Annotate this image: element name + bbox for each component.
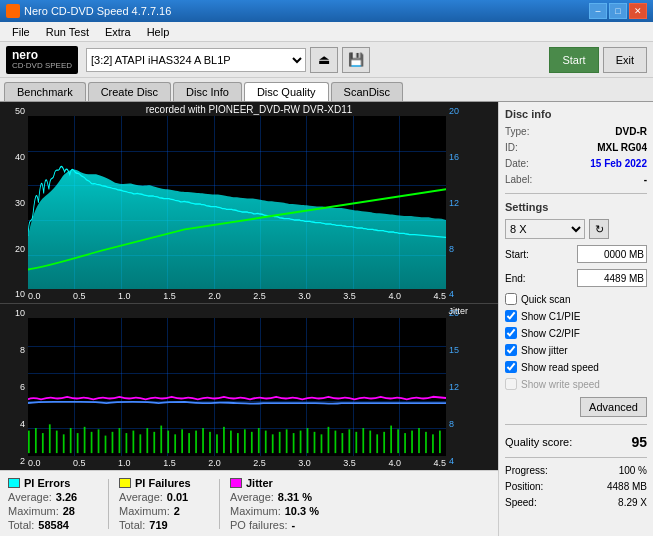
pi-errors-label: PI Errors [24, 477, 70, 489]
menu-help[interactable]: Help [139, 24, 178, 40]
speed-select[interactable]: 8 X Max 4 X 12 X 16 X [505, 219, 585, 239]
show-c2pif-label[interactable]: Show C2/PIF [521, 328, 580, 339]
close-button[interactable]: ✕ [629, 3, 647, 19]
svg-rect-58 [432, 435, 434, 454]
show-c1pie-checkbox[interactable] [505, 310, 517, 322]
minimize-button[interactable]: – [589, 3, 607, 19]
disc-type-label: Type: [505, 126, 529, 137]
tab-disc-quality[interactable]: Disc Quality [244, 82, 329, 101]
show-read-speed-checkbox[interactable] [505, 361, 517, 373]
start-button[interactable]: Start [549, 47, 598, 73]
jitter-max: Maximum: 10.3 % [230, 505, 320, 517]
svg-rect-5 [63, 435, 65, 454]
stats-bar: PI Errors Average: 3.26 Maximum: 28 Tota… [0, 470, 498, 536]
menu-file[interactable]: File [4, 24, 38, 40]
divider-2 [219, 479, 220, 529]
speed-row-quality: Speed: 8.29 X [505, 497, 647, 508]
show-jitter-checkbox[interactable] [505, 344, 517, 356]
speed-value-quality: 8.29 X [618, 497, 647, 508]
disc-id-label: ID: [505, 142, 518, 153]
progress-value: 100 % [619, 465, 647, 476]
tab-disc-info[interactable]: Disc Info [173, 82, 242, 101]
show-jitter-label[interactable]: Show jitter [521, 345, 568, 356]
disc-type-row: Type: DVD-R [505, 126, 647, 137]
svg-rect-39 [300, 431, 302, 454]
svg-rect-49 [369, 431, 371, 454]
svg-rect-1 [35, 428, 37, 453]
start-label: Start: [505, 249, 529, 260]
show-read-speed-row: Show read speed [505, 361, 647, 373]
speed-row: 8 X Max 4 X 12 X 16 X ↻ [505, 219, 647, 239]
disc-type-value: DVD-R [615, 126, 647, 137]
svg-rect-17 [146, 428, 148, 453]
quick-scan-checkbox[interactable] [505, 293, 517, 305]
svg-rect-16 [139, 435, 141, 454]
pi-failures-label: PI Failures [135, 477, 191, 489]
end-label: End: [505, 273, 526, 284]
svg-rect-20 [167, 431, 169, 454]
settings-title: Settings [505, 201, 647, 213]
svg-rect-52 [390, 426, 392, 454]
upper-y-right: 20161284 [446, 102, 468, 303]
tab-create-disc[interactable]: Create Disc [88, 82, 171, 101]
svg-rect-6 [70, 428, 72, 453]
tab-scandisc[interactable]: ScanDisc [331, 82, 403, 101]
progress-row: Progress: 100 % [505, 465, 647, 476]
refresh-button[interactable]: ↻ [589, 219, 609, 239]
svg-rect-48 [362, 428, 364, 453]
svg-rect-27 [216, 435, 218, 454]
svg-rect-25 [202, 428, 204, 453]
end-input[interactable] [577, 269, 647, 287]
svg-rect-8 [84, 427, 86, 453]
maximize-button[interactable]: □ [609, 3, 627, 19]
svg-rect-3 [49, 425, 51, 454]
svg-rect-56 [418, 428, 420, 453]
svg-rect-38 [293, 433, 295, 453]
save-button[interactable]: 💾 [342, 47, 370, 73]
svg-rect-13 [119, 428, 121, 453]
pi-errors-color [8, 478, 20, 488]
show-read-speed-label[interactable]: Show read speed [521, 362, 599, 373]
drive-select[interactable]: [3:2] ATAPI iHAS324 A BL1P [86, 48, 306, 72]
upper-chart: 5040302010 20161284 [0, 102, 498, 304]
upper-chart-plot [28, 116, 446, 289]
svg-rect-53 [397, 430, 399, 454]
disc-label-row: Label: - [505, 174, 647, 185]
eject-button[interactable]: ⏏ [310, 47, 338, 73]
show-c1pie-row: Show C1/PIE [505, 310, 647, 322]
pi-errors-max: Maximum: 28 [8, 505, 98, 517]
svg-rect-2 [42, 433, 44, 453]
svg-rect-15 [133, 431, 135, 454]
show-c2pif-checkbox[interactable] [505, 327, 517, 339]
show-c1pie-label[interactable]: Show C1/PIE [521, 311, 580, 322]
menu-run-test[interactable]: Run Test [38, 24, 97, 40]
advanced-button[interactable]: Advanced [580, 397, 647, 417]
right-panel: Disc info Type: DVD-R ID: MXL RG04 Date:… [498, 102, 653, 536]
disc-info-title: Disc info [505, 108, 647, 120]
quick-scan-label[interactable]: Quick scan [521, 294, 570, 305]
progress-label: Progress: [505, 465, 548, 476]
svg-rect-4 [56, 431, 58, 454]
svg-rect-57 [425, 432, 427, 453]
tab-benchmark[interactable]: Benchmark [4, 82, 86, 101]
svg-rect-33 [258, 428, 260, 453]
disc-id-value: MXL RG04 [597, 142, 647, 153]
window-controls: – □ ✕ [589, 3, 647, 19]
upper-x-axis: 0.00.51.01.52.02.53.03.54.04.5 [28, 289, 446, 303]
start-input[interactable] [577, 245, 647, 263]
title-bar: Nero CD-DVD Speed 4.7.7.16 – □ ✕ [0, 0, 653, 22]
menu-extra[interactable]: Extra [97, 24, 139, 40]
exit-button[interactable]: Exit [603, 47, 647, 73]
svg-rect-45 [342, 433, 344, 453]
svg-rect-30 [237, 433, 239, 453]
svg-rect-42 [321, 435, 323, 454]
svg-rect-51 [383, 432, 385, 453]
lower-chart: 108642 20151284 [0, 304, 498, 470]
divider-settings [505, 193, 647, 194]
disc-id-row: ID: MXL RG04 [505, 142, 647, 153]
upper-y-left: 5040302010 [0, 102, 28, 303]
end-row: End: [505, 269, 647, 287]
disc-date-row: Date: 15 Feb 2022 [505, 158, 647, 169]
svg-rect-50 [376, 435, 378, 454]
divider-1 [108, 479, 109, 529]
